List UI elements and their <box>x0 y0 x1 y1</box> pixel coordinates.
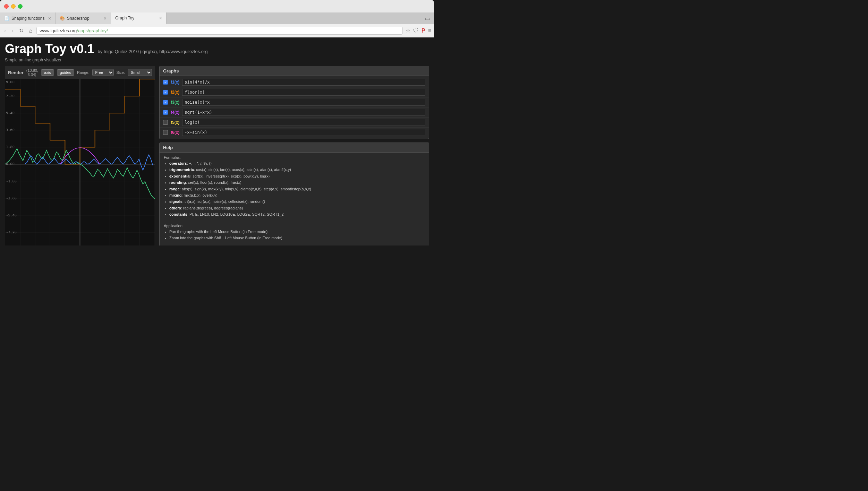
back-button[interactable]: ‹ <box>3 27 7 35</box>
graph-row-f5: f5(x) <box>160 118 429 128</box>
tab-shadershop[interactable]: 🎨 Shadershop × <box>56 12 111 24</box>
fn-name-f6: f6(x) <box>171 130 179 135</box>
render-panel: Render (10.80, -3.34) axis guides Range:… <box>5 66 155 246</box>
render-label: Render <box>8 70 24 75</box>
shield-icon[interactable]: 🛡 <box>413 28 419 34</box>
help-item-constants: constants: PI, E, LN10, LN2, LOG10E, LOG… <box>169 212 425 217</box>
render-header: Render (10.80, -3.34) axis guides Range:… <box>5 66 155 79</box>
pinterest-icon[interactable]: P <box>422 28 425 34</box>
checkbox-f3[interactable]: ✓ <box>163 100 168 105</box>
svg-text:3.60: 3.60 <box>6 128 15 132</box>
graphs-panel: Graphs ✓f1(x)✓f2(x)✓f3(x)✓f4(x)f5(x)f6(x… <box>159 66 429 139</box>
render-coords: (10.80, -3.34) <box>26 68 38 77</box>
menu-icon[interactable]: ≡ <box>428 28 431 34</box>
graphs-list: ✓f1(x)✓f2(x)✓f3(x)✓f4(x)f5(x)f6(x) <box>160 76 429 139</box>
graph-canvas[interactable]: -12.00 -9.60 -7.20 -4.80 -2.40 0.00 2.40… <box>5 79 155 246</box>
title-bar <box>0 0 434 12</box>
formula-input-f2[interactable] <box>182 89 425 96</box>
close-button[interactable] <box>4 4 9 9</box>
new-tab-button[interactable]: ▭ <box>421 12 434 24</box>
checkbox-f1[interactable]: ✓ <box>163 80 168 85</box>
application-label: Application: <box>164 224 425 228</box>
graph-row-f2: ✓f2(x) <box>160 87 429 97</box>
tab-favicon-2: 🎨 <box>60 16 65 21</box>
formula-input-f4[interactable] <box>182 109 425 116</box>
fn-name-f2: f2(x) <box>171 90 179 95</box>
forward-button[interactable]: › <box>10 27 15 35</box>
reload-button[interactable]: ↻ <box>18 27 25 35</box>
tab-close-1[interactable]: × <box>48 16 51 21</box>
graph-svg: -12.00 -9.60 -7.20 -4.80 -2.40 0.00 2.40… <box>5 79 155 246</box>
help-panel: Help Formulas:operators: +, -, *, /, %, … <box>159 143 429 246</box>
help-item-mixing: mixing: mix(a,b,x), over(x,y) <box>169 193 425 198</box>
svg-text:1.80: 1.80 <box>6 145 15 149</box>
help-item-range: range: abs(x), sign(x), max(x,y), min(x,… <box>169 187 425 192</box>
nav-bar: ‹ › ↻ ⌂ www.iquilezles.org/apps/graphtoy… <box>0 24 434 37</box>
page-content: Graph Toy v0.1 by Inigo Quilez 2010 (iq/… <box>0 37 434 246</box>
checkbox-f5[interactable] <box>163 120 168 125</box>
range-label: Range: <box>77 70 89 75</box>
graph-row-f4: ✓f4(x) <box>160 107 429 118</box>
help-formulas-list: operators: +, -, *, /, %, ()trigonometri… <box>169 161 425 217</box>
svg-text:5.40: 5.40 <box>6 111 15 115</box>
svg-text:-5.40: -5.40 <box>6 213 17 217</box>
help-item-exponential: exponential: sqrt(x), inversesqrt(x), ex… <box>169 174 425 179</box>
formula-input-f5[interactable] <box>182 119 425 126</box>
fn-name-f4: f4(x) <box>171 110 179 115</box>
home-button[interactable]: ⌂ <box>28 27 34 35</box>
tabs-bar: 📄 Shaping functions × 🎨 Shadershop × Gra… <box>0 12 434 24</box>
nav-actions: ☆ 🛡 P ≡ <box>406 27 431 34</box>
formula-input-f6[interactable] <box>182 129 425 136</box>
help-content: Formulas:operators: +, -, *, /, %, ()tri… <box>160 153 429 246</box>
tab-close-2[interactable]: × <box>104 16 107 21</box>
tab-label-2: Shadershop <box>67 16 90 21</box>
maximize-button[interactable] <box>18 4 23 9</box>
bookmark-star-icon[interactable]: ☆ <box>406 27 410 34</box>
tab-label-3: Graph Toy <box>115 16 134 20</box>
address-text: www.iquilezles.org/apps/graphtoy/ <box>40 28 108 33</box>
help-item-rounding: rounding: ceil(x), floor(x), round(x), f… <box>169 180 425 185</box>
guides-button[interactable]: guides <box>57 69 74 76</box>
tab-label-1: Shaping functions <box>11 16 44 21</box>
app-item-0: Pan the graphs with the Left Mouse Butto… <box>169 229 425 234</box>
help-item-others: others: radians(degrees), degrees(radian… <box>169 206 425 211</box>
checkbox-f6[interactable] <box>163 130 168 135</box>
window-controls <box>4 4 23 9</box>
help-item-operators: operators: +, -, *, /, %, () <box>169 161 425 166</box>
range-select[interactable]: Free 0 to 1 -1 to 1 <box>92 69 114 76</box>
graph-row-f1: ✓f1(x) <box>160 77 429 87</box>
axis-button[interactable]: axis <box>41 69 54 76</box>
app-item-1: Zoom into the graphs with Shif + Left Mo… <box>169 235 425 241</box>
formula-input-f3[interactable] <box>182 99 425 106</box>
formulas-label: Formulas: <box>164 155 425 160</box>
svg-text:0.00: 0.00 <box>6 162 15 166</box>
svg-text:9.00: 9.00 <box>6 80 15 84</box>
page-subtitle: Simple on-line graph visualizer <box>5 58 429 62</box>
help-app-list: Pan the graphs with the Left Mouse Butto… <box>169 229 425 241</box>
tab-graph-toy[interactable]: Graph Toy × <box>111 12 167 24</box>
svg-text:-1.80: -1.80 <box>6 179 17 183</box>
help-panel-header: Help <box>160 143 429 153</box>
svg-text:-7.20: -7.20 <box>6 230 17 234</box>
graph-row-f6: f6(x) <box>160 128 429 137</box>
checkbox-f4[interactable]: ✓ <box>163 110 168 115</box>
right-panels: Graphs ✓f1(x)✓f2(x)✓f3(x)✓f4(x)f5(x)f6(x… <box>159 66 429 246</box>
help-item-trigonometric: trigonometric: cos(x), sin(x), tan(x), a… <box>169 167 425 172</box>
fn-name-f3: f3(x) <box>171 100 179 105</box>
address-bar[interactable]: www.iquilezles.org/apps/graphtoy/ <box>36 27 403 35</box>
fn-name-f1: f1(x) <box>171 80 179 85</box>
fn-name-f5: f5(x) <box>171 120 179 125</box>
svg-text:-3.60: -3.60 <box>6 196 17 200</box>
tab-close-3[interactable]: × <box>159 15 162 21</box>
checkbox-f2[interactable]: ✓ <box>163 90 168 95</box>
tab-shaping-functions[interactable]: 📄 Shaping functions × <box>0 12 56 24</box>
svg-text:7.20: 7.20 <box>6 94 15 98</box>
size-select[interactable]: Small Medium Large <box>128 69 152 76</box>
address-path: /apps/graphtoy/ <box>77 28 108 33</box>
browser-window: 📄 Shaping functions × 🎨 Shadershop × Gra… <box>0 0 434 246</box>
graph-row-f3: ✓f3(x) <box>160 97 429 107</box>
minimize-button[interactable] <box>11 4 16 9</box>
formula-input-f1[interactable] <box>182 79 425 86</box>
size-label: Size: <box>117 70 125 75</box>
main-layout: Render (10.80, -3.34) axis guides Range:… <box>5 66 429 246</box>
